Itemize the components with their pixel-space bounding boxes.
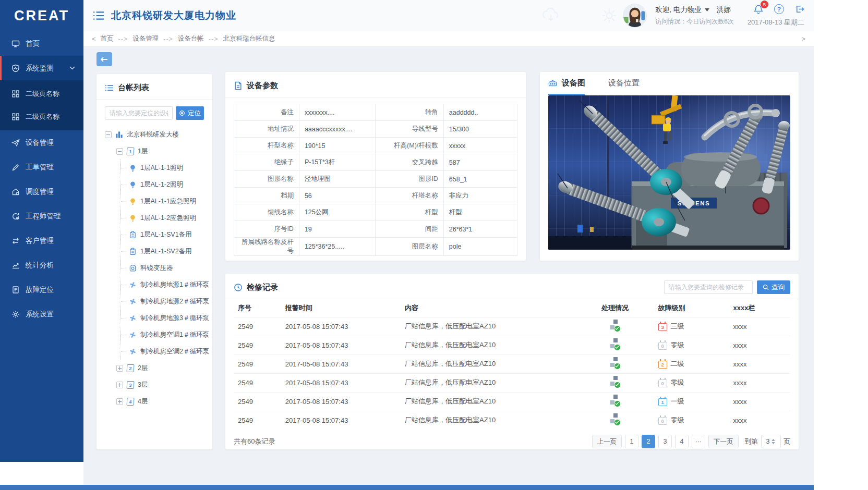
tree-node-device[interactable]: 1层AL-1-1照明 [121, 160, 204, 176]
collapse-icon[interactable] [105, 131, 112, 138]
notification-badge: 5 [761, 1, 768, 8]
tab-device-image[interactable]: 设备图 [548, 72, 585, 95]
sidebar-item-home[interactable]: 首页 [0, 31, 83, 56]
pump-icon [129, 298, 137, 305]
record-row[interactable]: 2549 2017-05-08 15:07:43 厂站信息库，低压配电室AZ10… [234, 411, 790, 430]
sidebar-subitem-2[interactable]: 二级页名称 [0, 105, 83, 128]
sidebar-item-dispatch-mgmt[interactable]: 调度管理 [0, 179, 83, 204]
page-button-1[interactable]: 1 [625, 435, 638, 448]
device-tree: 北京科锐研发大楼 1 1层 1层AL-1-1照明 1层AL-1-2照明 1层AL… [105, 126, 204, 410]
collapse-icon[interactable] [116, 148, 123, 155]
bulb-emergency-icon [129, 214, 137, 222]
tree-node-floor2[interactable]: 2 2层 [116, 360, 204, 376]
query-button[interactable]: 查询 [757, 280, 790, 294]
stepper-arrows-icon[interactable] [771, 439, 775, 444]
sidebar-item-fault-locate[interactable]: 故障定位 [0, 277, 83, 302]
params-row: 所属线路名称及杆号125*36*25.....图层名称pole [234, 238, 517, 256]
sidebar-item-engineer-mgmt[interactable]: 工程师管理 [0, 204, 83, 228]
record-row[interactable]: 2549 2017-05-08 15:07:43 厂站信息库，低压配电室AZ10… [234, 392, 790, 411]
back-button[interactable] [97, 52, 112, 66]
panel-title: 设备参数 [247, 81, 278, 91]
panel-title: 检修记录 [247, 283, 278, 292]
tab-device-location[interactable]: 设备位置 [608, 72, 640, 95]
help-icon[interactable]: ? [774, 4, 784, 14]
welcome-block: 欢迎, 电力物业 洪娜 访问情况：今日访问次数6次 [655, 5, 734, 26]
page-title: 北京科锐研发大厦电力物业 [111, 9, 236, 22]
list-icon [105, 83, 114, 92]
breadcrumb-item-ledger[interactable]: 设备台帐 [178, 34, 204, 43]
notification-bell[interactable]: 5 [753, 4, 764, 15]
sidebar-item-workorder-mgmt[interactable]: 工单管理 [0, 155, 83, 179]
caret-down-icon[interactable] [705, 8, 709, 11]
document-icon [234, 81, 243, 90]
tree-node-device[interactable]: 1层AL-1-2照明 [121, 176, 204, 193]
page-button-2[interactable]: 2 [642, 435, 655, 448]
sidebar-item-system-monitor[interactable]: 系统监测 [0, 56, 83, 80]
record-row[interactable]: 2549 2017-05-08 15:07:43 厂站信息库，低压配电室AZ10… [234, 373, 790, 392]
sidebar-item-stats[interactable]: 统计分析 [0, 253, 83, 277]
target-icon [179, 110, 185, 116]
page-ellipsis[interactable]: ··· [692, 435, 705, 448]
tree-node-device[interactable]: 1层AL-1-SV1备用 [121, 226, 204, 243]
record-row[interactable]: 2549 2017-05-08 15:07:43 厂站信息库，低压配电室AZ10… [234, 354, 790, 373]
panel-title: 台帐列表 [118, 83, 149, 93]
tree-node-building[interactable]: 北京科锐研发大楼 [105, 126, 204, 143]
prev-page-button[interactable]: 上一页 [592, 435, 622, 448]
tree-node-device[interactable]: 制冷机房空调1＃循环泵 [121, 326, 204, 343]
locate-button[interactable]: 定位 [176, 106, 204, 120]
chart-icon [11, 261, 20, 270]
header-icons: 5 ? 2017-08-13 星期二 [748, 4, 804, 27]
breadcrumb-forward-icon[interactable]: > [801, 35, 805, 43]
avatar[interactable] [623, 4, 647, 28]
breadcrumb-item-device-mgmt[interactable]: 设备管理 [132, 34, 159, 43]
record-row[interactable]: 2549 2017-05-08 15:07:43 厂站信息库，低压配电室AZ10… [234, 336, 790, 354]
status-handled-icon [609, 357, 621, 370]
breadcrumb-item-home[interactable]: 首页 [101, 34, 114, 43]
app-logo: CREAT [0, 0, 83, 31]
expand-icon[interactable] [116, 382, 123, 388]
sidebar-item-label: 设备管理 [26, 138, 54, 148]
page-button-3[interactable]: 3 [658, 435, 672, 448]
clock-icon [234, 283, 243, 292]
status-handled-icon [609, 376, 621, 388]
clipboard-icon [129, 231, 137, 239]
tree-node-floor4[interactable]: 4 4层 [116, 393, 204, 410]
params-row: 备注xxxxxxx....转角aaddddd.. [234, 104, 517, 121]
sidebar-subitem-label: 二级页名称 [26, 112, 59, 121]
expand-icon[interactable] [116, 365, 123, 372]
header-date: 2017-08-13 星期二 [748, 18, 804, 27]
page-button-4[interactable]: 4 [675, 435, 689, 448]
expand-icon[interactable] [116, 398, 123, 405]
welcome-text: 欢迎, 电力物业 [655, 5, 702, 15]
record-row[interactable]: 2549 2017-05-08 15:07:43 厂站信息库，低压配电室AZ10… [234, 317, 790, 336]
tree-node-device[interactable]: 制冷机房地源3＃循环泵 [121, 310, 204, 326]
next-page-button[interactable]: 下一页 [708, 435, 739, 448]
sidebar: CREAT 首页 系统监测 二级页名称 二级页名称 设备管理 工单管理 调度管理… [0, 0, 83, 462]
refresh-icon [11, 212, 20, 220]
list-icon[interactable] [93, 11, 104, 20]
sidebar-item-customer-mgmt[interactable]: 客户管理 [0, 228, 83, 253]
tree-node-floor1[interactable]: 1 1层 [116, 143, 204, 160]
device-locate-input[interactable] [105, 106, 173, 120]
breadcrumb-separator: --> [209, 35, 219, 43]
sidebar-item-device-mgmt[interactable]: 设备管理 [0, 130, 83, 155]
logout-icon[interactable] [794, 4, 804, 14]
device-icon [548, 79, 557, 88]
records-search-input[interactable] [664, 280, 753, 294]
building-icon [115, 131, 123, 139]
tree-node-device[interactable]: 制冷机房地源1＃循环泵 [121, 276, 204, 293]
tree-node-device[interactable]: 1层AL-1-1应急照明 [121, 193, 204, 210]
tree-node-device[interactable]: 1层AL-1-2应急照明 [121, 210, 204, 226]
tree-node-device[interactable]: 制冷机房地源2＃循环泵 [121, 293, 204, 310]
goto-page-stepper[interactable]: 3 [761, 435, 781, 448]
tree-node-device[interactable]: 科锐变压器 [121, 260, 204, 276]
sidebar-subitem-1[interactable]: 二级页名称 [0, 82, 83, 105]
sidebar-item-settings[interactable]: 系统设置 [0, 302, 83, 326]
username[interactable]: 洪娜 [717, 5, 731, 15]
tree-node-device[interactable]: 制冷机房空调2＃循环泵 [121, 343, 204, 360]
breadcrumb-back-icon[interactable]: < [92, 35, 96, 43]
goto-label: 到第 [745, 437, 758, 446]
tree-node-device[interactable]: 1层AL-1-SV2备用 [121, 243, 204, 260]
fault-level-icon: 1 [658, 398, 667, 406]
tree-node-floor3[interactable]: 3 3层 [116, 376, 204, 393]
